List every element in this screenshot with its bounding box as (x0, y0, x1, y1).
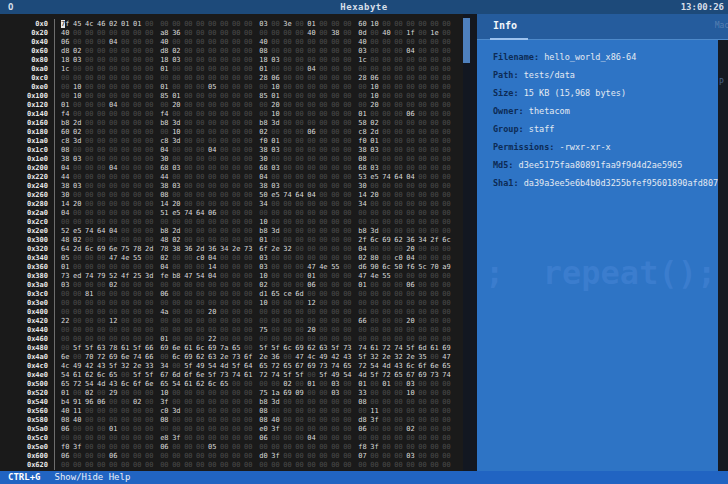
hex-byte[interactable]: 00 (283, 110, 292, 118)
hex-byte[interactable]: 00 (184, 29, 193, 37)
hex-byte[interactable]: 01 (358, 380, 367, 388)
hex-byte[interactable]: 00 (343, 335, 352, 343)
hex-byte[interactable]: 40 (271, 416, 280, 424)
hex-byte[interactable]: 08 (259, 416, 268, 424)
hex-byte[interactable]: 03 (271, 182, 280, 190)
hex-byte[interactable]: 2d (172, 227, 181, 235)
hex-byte[interactable]: 00 (244, 344, 253, 352)
hex-byte[interactable]: 00 (208, 38, 217, 46)
hex-byte[interactable]: 00 (307, 443, 316, 451)
hex-byte[interactable]: b8 (259, 227, 268, 235)
hex-byte[interactable]: 00 (382, 308, 391, 316)
hex-byte[interactable]: 00 (121, 407, 130, 415)
hex-byte[interactable]: 38 (172, 245, 181, 253)
hex-byte[interactable]: 43 (343, 353, 352, 361)
hex-byte[interactable]: 00 (394, 335, 403, 343)
hex-byte[interactable]: 00 (220, 398, 229, 406)
hex-byte[interactable]: 00 (220, 263, 229, 271)
hex-byte[interactable]: 00 (295, 128, 304, 136)
hex-byte[interactable]: 00 (244, 92, 253, 100)
hex-byte[interactable]: 00 (319, 128, 328, 136)
hex-byte[interactable]: 00 (73, 101, 82, 109)
hex-byte[interactable]: 00 (319, 83, 328, 91)
hex-byte[interactable]: 68 (358, 164, 367, 172)
hex-byte[interactable]: 6c (406, 362, 415, 370)
hex-byte[interactable]: 00 (358, 209, 367, 217)
hex-byte[interactable]: 64 (394, 173, 403, 181)
hex-byte[interactable]: 00 (430, 164, 439, 172)
hex-byte[interactable]: 04 (61, 164, 70, 172)
hex-byte[interactable]: 00 (271, 65, 280, 73)
hex-byte[interactable]: 00 (85, 65, 94, 73)
hex-byte[interactable]: 00 (145, 308, 154, 316)
hex-byte[interactable]: 00 (295, 164, 304, 172)
hex-byte[interactable]: 00 (220, 191, 229, 199)
hex-byte[interactable]: 2d (73, 119, 82, 127)
hex-byte[interactable]: 02 (259, 128, 268, 136)
hex-byte[interactable]: 69 (283, 389, 292, 397)
hex-byte[interactable]: 65 (442, 362, 451, 370)
hex-byte[interactable]: 72 (259, 371, 268, 379)
hex-byte[interactable]: 00 (61, 335, 70, 343)
hex-byte[interactable]: 00 (442, 443, 451, 451)
hex-byte[interactable]: 00 (382, 56, 391, 64)
hex-byte[interactable]: 65 (61, 380, 70, 388)
hex-byte[interactable]: 00 (370, 398, 379, 406)
hex-byte[interactable]: 00 (232, 209, 241, 217)
hex-byte[interactable]: 00 (319, 245, 328, 253)
hex-byte[interactable]: 00 (220, 146, 229, 154)
hex-byte[interactable]: 03 (73, 155, 82, 163)
hex-byte[interactable]: 00 (232, 65, 241, 73)
hex-byte[interactable]: 00 (406, 101, 415, 109)
hex-byte[interactable]: 00 (331, 155, 340, 163)
hex-byte[interactable]: 00 (85, 173, 94, 181)
hex-byte[interactable]: 00 (220, 425, 229, 433)
hex-byte[interactable]: 04 (208, 254, 217, 262)
hex-byte[interactable]: 5f (184, 362, 193, 370)
hex-byte[interactable]: 00 (370, 326, 379, 334)
hex-byte[interactable]: 47 (109, 254, 118, 262)
hex-byte[interactable]: 6c (442, 236, 451, 244)
hex-byte[interactable]: 40 (61, 407, 70, 415)
hex-byte[interactable]: 00 (196, 38, 205, 46)
hex-byte[interactable]: 69 (97, 245, 106, 253)
hex-byte[interactable]: 00 (394, 218, 403, 226)
hex-byte[interactable]: 00 (319, 101, 328, 109)
hex-byte[interactable]: 40 (160, 38, 169, 46)
hex-byte[interactable]: 00 (343, 254, 352, 262)
hex-byte[interactable]: 00 (196, 425, 205, 433)
hex-byte[interactable]: 00 (220, 182, 229, 190)
hex-byte[interactable]: 73 (244, 245, 253, 253)
hex-byte[interactable]: 00 (283, 416, 292, 424)
hex-byte[interactable]: 7f (61, 20, 70, 28)
hex-byte[interactable]: 00 (232, 416, 241, 424)
hex-byte[interactable]: 85 (259, 92, 268, 100)
hex-byte[interactable]: 00 (418, 272, 427, 280)
hex-byte[interactable]: 00 (430, 209, 439, 217)
hex-byte[interactable]: 00 (271, 443, 280, 451)
hex-byte[interactable]: 00 (430, 128, 439, 136)
hex-byte[interactable]: 00 (184, 65, 193, 73)
hex-byte[interactable]: 00 (382, 146, 391, 154)
hex-byte[interactable]: 00 (196, 443, 205, 451)
hex-byte[interactable]: 00 (244, 398, 253, 406)
hex-byte[interactable]: 00 (121, 218, 130, 226)
hex-byte[interactable]: 00 (61, 461, 70, 469)
hex-byte[interactable]: 5f (370, 371, 379, 379)
hex-byte[interactable]: 00 (394, 101, 403, 109)
hex-byte[interactable]: 29 (109, 389, 118, 397)
hex-byte[interactable]: 00 (145, 200, 154, 208)
hex-byte[interactable]: 46 (97, 20, 106, 28)
hex-byte[interactable]: 00 (109, 443, 118, 451)
hex-byte[interactable]: 00 (442, 272, 451, 280)
hex-byte[interactable]: 00 (184, 47, 193, 55)
hex-byte[interactable]: 00 (358, 299, 367, 307)
hex-byte[interactable]: 00 (244, 434, 253, 442)
hex-byte[interactable]: 00 (394, 452, 403, 460)
hex-byte[interactable]: 36 (271, 353, 280, 361)
hex-byte[interactable]: 35 (418, 353, 427, 361)
hex-byte[interactable]: 00 (442, 209, 451, 217)
hex-byte[interactable]: 0d (358, 29, 367, 37)
hex-byte[interactable]: 04 (307, 191, 316, 199)
hex-byte[interactable]: 00 (196, 20, 205, 28)
